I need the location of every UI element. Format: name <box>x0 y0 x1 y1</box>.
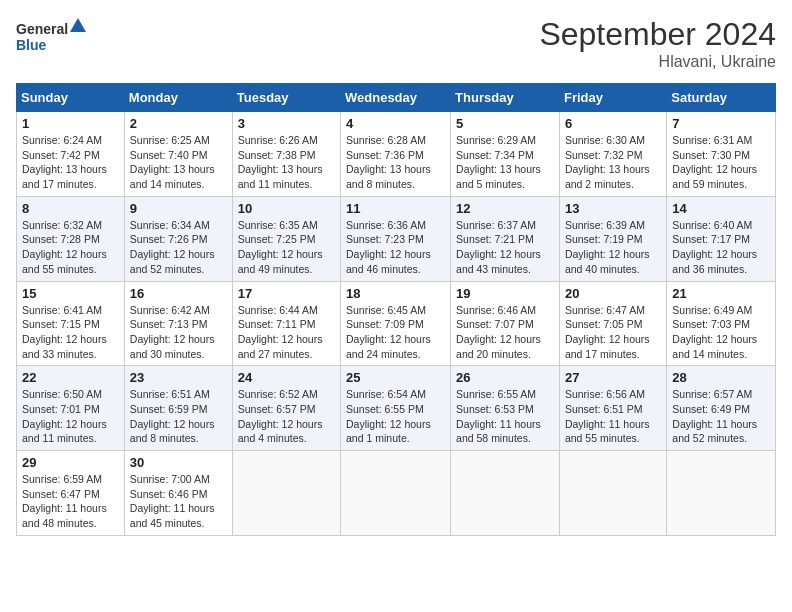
day-number: 27 <box>565 370 661 385</box>
week-row-5: 29Sunrise: 6:59 AMSunset: 6:47 PMDayligh… <box>17 451 776 536</box>
day-number: 12 <box>456 201 554 216</box>
day-info: Sunrise: 6:26 AMSunset: 7:38 PMDaylight:… <box>238 133 335 192</box>
header-friday: Friday <box>559 84 666 112</box>
header-wednesday: Wednesday <box>341 84 451 112</box>
calendar-cell: 16Sunrise: 6:42 AMSunset: 7:13 PMDayligh… <box>124 281 232 366</box>
day-info: Sunrise: 6:34 AMSunset: 7:26 PMDaylight:… <box>130 218 227 277</box>
calendar-cell: 2Sunrise: 6:25 AMSunset: 7:40 PMDaylight… <box>124 112 232 197</box>
day-info: Sunrise: 6:31 AMSunset: 7:30 PMDaylight:… <box>672 133 770 192</box>
day-info: Sunrise: 6:32 AMSunset: 7:28 PMDaylight:… <box>22 218 119 277</box>
calendar-cell: 7Sunrise: 6:31 AMSunset: 7:30 PMDaylight… <box>667 112 776 197</box>
month-title: September 2024 <box>539 16 776 53</box>
day-number: 14 <box>672 201 770 216</box>
day-info: Sunrise: 6:24 AMSunset: 7:42 PMDaylight:… <box>22 133 119 192</box>
day-number: 10 <box>238 201 335 216</box>
calendar-cell: 14Sunrise: 6:40 AMSunset: 7:17 PMDayligh… <box>667 196 776 281</box>
day-number: 5 <box>456 116 554 131</box>
day-number: 9 <box>130 201 227 216</box>
day-info: Sunrise: 6:44 AMSunset: 7:11 PMDaylight:… <box>238 303 335 362</box>
day-number: 1 <box>22 116 119 131</box>
calendar-cell: 23Sunrise: 6:51 AMSunset: 6:59 PMDayligh… <box>124 366 232 451</box>
calendar-cell: 17Sunrise: 6:44 AMSunset: 7:11 PMDayligh… <box>232 281 340 366</box>
title-block: September 2024 Hlavani, Ukraine <box>539 16 776 71</box>
day-info: Sunrise: 6:41 AMSunset: 7:15 PMDaylight:… <box>22 303 119 362</box>
calendar-cell: 18Sunrise: 6:45 AMSunset: 7:09 PMDayligh… <box>341 281 451 366</box>
day-number: 22 <box>22 370 119 385</box>
calendar-cell: 29Sunrise: 6:59 AMSunset: 6:47 PMDayligh… <box>17 451 125 536</box>
calendar-cell: 27Sunrise: 6:56 AMSunset: 6:51 PMDayligh… <box>559 366 666 451</box>
day-number: 21 <box>672 286 770 301</box>
day-number: 24 <box>238 370 335 385</box>
header-monday: Monday <box>124 84 232 112</box>
day-number: 3 <box>238 116 335 131</box>
location-subtitle: Hlavani, Ukraine <box>539 53 776 71</box>
header-thursday: Thursday <box>451 84 560 112</box>
calendar-cell: 20Sunrise: 6:47 AMSunset: 7:05 PMDayligh… <box>559 281 666 366</box>
calendar-cell: 9Sunrise: 6:34 AMSunset: 7:26 PMDaylight… <box>124 196 232 281</box>
day-number: 15 <box>22 286 119 301</box>
day-info: Sunrise: 6:39 AMSunset: 7:19 PMDaylight:… <box>565 218 661 277</box>
calendar-cell: 4Sunrise: 6:28 AMSunset: 7:36 PMDaylight… <box>341 112 451 197</box>
calendar-cell <box>667 451 776 536</box>
day-info: Sunrise: 6:42 AMSunset: 7:13 PMDaylight:… <box>130 303 227 362</box>
day-info: Sunrise: 6:55 AMSunset: 6:53 PMDaylight:… <box>456 387 554 446</box>
day-number: 8 <box>22 201 119 216</box>
header-tuesday: Tuesday <box>232 84 340 112</box>
day-info: Sunrise: 6:56 AMSunset: 6:51 PMDaylight:… <box>565 387 661 446</box>
day-info: Sunrise: 6:47 AMSunset: 7:05 PMDaylight:… <box>565 303 661 362</box>
week-row-1: 1Sunrise: 6:24 AMSunset: 7:42 PMDaylight… <box>17 112 776 197</box>
calendar-cell <box>341 451 451 536</box>
week-row-4: 22Sunrise: 6:50 AMSunset: 7:01 PMDayligh… <box>17 366 776 451</box>
calendar-cell: 12Sunrise: 6:37 AMSunset: 7:21 PMDayligh… <box>451 196 560 281</box>
page-header: General Blue September 2024 Hlavani, Ukr… <box>16 16 776 71</box>
day-info: Sunrise: 6:40 AMSunset: 7:17 PMDaylight:… <box>672 218 770 277</box>
calendar-cell: 1Sunrise: 6:24 AMSunset: 7:42 PMDaylight… <box>17 112 125 197</box>
day-number: 26 <box>456 370 554 385</box>
day-info: Sunrise: 6:28 AMSunset: 7:36 PMDaylight:… <box>346 133 445 192</box>
day-number: 20 <box>565 286 661 301</box>
logo: General Blue <box>16 16 86 60</box>
calendar-cell: 5Sunrise: 6:29 AMSunset: 7:34 PMDaylight… <box>451 112 560 197</box>
day-info: Sunrise: 6:49 AMSunset: 7:03 PMDaylight:… <box>672 303 770 362</box>
svg-text:General: General <box>16 21 68 37</box>
day-number: 2 <box>130 116 227 131</box>
header-sunday: Sunday <box>17 84 125 112</box>
day-info: Sunrise: 7:00 AMSunset: 6:46 PMDaylight:… <box>130 472 227 531</box>
day-number: 25 <box>346 370 445 385</box>
day-number: 23 <box>130 370 227 385</box>
calendar-cell: 30Sunrise: 7:00 AMSunset: 6:46 PMDayligh… <box>124 451 232 536</box>
day-info: Sunrise: 6:50 AMSunset: 7:01 PMDaylight:… <box>22 387 119 446</box>
day-info: Sunrise: 6:36 AMSunset: 7:23 PMDaylight:… <box>346 218 445 277</box>
day-info: Sunrise: 6:37 AMSunset: 7:21 PMDaylight:… <box>456 218 554 277</box>
calendar-cell: 3Sunrise: 6:26 AMSunset: 7:38 PMDaylight… <box>232 112 340 197</box>
header-saturday: Saturday <box>667 84 776 112</box>
day-info: Sunrise: 6:25 AMSunset: 7:40 PMDaylight:… <box>130 133 227 192</box>
day-number: 28 <box>672 370 770 385</box>
calendar-cell: 21Sunrise: 6:49 AMSunset: 7:03 PMDayligh… <box>667 281 776 366</box>
day-info: Sunrise: 6:46 AMSunset: 7:07 PMDaylight:… <box>456 303 554 362</box>
calendar-cell: 19Sunrise: 6:46 AMSunset: 7:07 PMDayligh… <box>451 281 560 366</box>
week-row-3: 15Sunrise: 6:41 AMSunset: 7:15 PMDayligh… <box>17 281 776 366</box>
day-number: 30 <box>130 455 227 470</box>
calendar-cell: 22Sunrise: 6:50 AMSunset: 7:01 PMDayligh… <box>17 366 125 451</box>
day-number: 7 <box>672 116 770 131</box>
day-number: 6 <box>565 116 661 131</box>
calendar-cell <box>232 451 340 536</box>
day-info: Sunrise: 6:59 AMSunset: 6:47 PMDaylight:… <box>22 472 119 531</box>
day-info: Sunrise: 6:57 AMSunset: 6:49 PMDaylight:… <box>672 387 770 446</box>
calendar-cell: 8Sunrise: 6:32 AMSunset: 7:28 PMDaylight… <box>17 196 125 281</box>
day-info: Sunrise: 6:54 AMSunset: 6:55 PMDaylight:… <box>346 387 445 446</box>
calendar-cell: 6Sunrise: 6:30 AMSunset: 7:32 PMDaylight… <box>559 112 666 197</box>
calendar-cell: 11Sunrise: 6:36 AMSunset: 7:23 PMDayligh… <box>341 196 451 281</box>
svg-marker-2 <box>70 18 86 32</box>
svg-text:Blue: Blue <box>16 37 47 53</box>
calendar-table: SundayMondayTuesdayWednesdayThursdayFrid… <box>16 83 776 536</box>
calendar-cell <box>451 451 560 536</box>
day-info: Sunrise: 6:30 AMSunset: 7:32 PMDaylight:… <box>565 133 661 192</box>
calendar-cell: 26Sunrise: 6:55 AMSunset: 6:53 PMDayligh… <box>451 366 560 451</box>
week-row-2: 8Sunrise: 6:32 AMSunset: 7:28 PMDaylight… <box>17 196 776 281</box>
day-number: 18 <box>346 286 445 301</box>
calendar-cell <box>559 451 666 536</box>
day-info: Sunrise: 6:35 AMSunset: 7:25 PMDaylight:… <box>238 218 335 277</box>
day-info: Sunrise: 6:51 AMSunset: 6:59 PMDaylight:… <box>130 387 227 446</box>
